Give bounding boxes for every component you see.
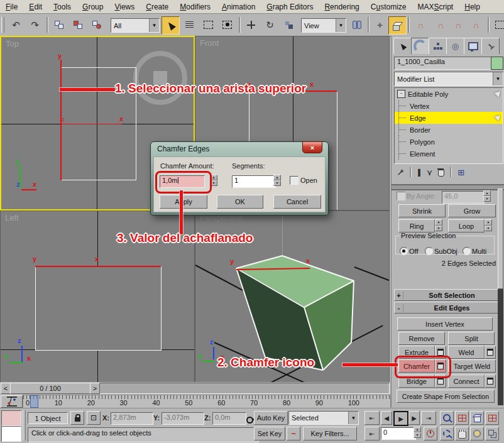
set-key-button[interactable]: Set Key bbox=[254, 427, 285, 440]
go-to-start-button[interactable]: ⇤ bbox=[364, 411, 380, 425]
preview-subobj-label[interactable]: SubObj bbox=[434, 248, 457, 255]
loop-button[interactable]: Loop bbox=[448, 219, 485, 232]
stack-subobject-row[interactable]: Polygon bbox=[395, 136, 503, 148]
go-to-end-button[interactable]: ⇥ bbox=[421, 411, 436, 425]
connect-button[interactable]: Connect bbox=[448, 375, 485, 388]
configure-modifier-sets-icon[interactable]: ⊞ bbox=[457, 168, 464, 177]
apply-button[interactable]: Apply bbox=[160, 195, 207, 209]
chevron-down-icon[interactable]: ▼ bbox=[336, 19, 346, 32]
modifier-list-dropdown[interactable]: Modifier List ▼ bbox=[394, 72, 503, 86]
menu-item[interactable]: File bbox=[0, 1, 23, 13]
time-configuration-button[interactable] bbox=[424, 427, 437, 440]
reference-coordinate-dropdown[interactable]: View ▼ bbox=[301, 18, 346, 33]
menu-item[interactable]: Edit bbox=[23, 1, 48, 13]
time-slider-prev-button[interactable]: < bbox=[1, 383, 11, 394]
key-mode-button[interactable]: ⇤ bbox=[364, 427, 380, 440]
selected-edge-line[interactable] bbox=[35, 266, 161, 267]
select-and-rotate-button[interactable]: ↻ bbox=[261, 16, 278, 33]
stack-subobject-label[interactable]: Edge bbox=[408, 114, 426, 122]
collapse-icon[interactable]: - bbox=[395, 304, 403, 312]
select-and-manipulate-button[interactable]: + bbox=[371, 16, 388, 33]
percent-snap-button[interactable]: ∩ bbox=[450, 16, 467, 33]
snap-3d-button[interactable]: ∩ bbox=[412, 16, 429, 33]
redo-icon[interactable]: ↷ bbox=[26, 16, 43, 33]
ok-button[interactable]: OK bbox=[217, 195, 263, 209]
preview-off-radio[interactable] bbox=[400, 247, 408, 255]
spinner-snap-button[interactable]: ∩ bbox=[468, 16, 485, 33]
menu-item[interactable]: Views bbox=[109, 1, 140, 13]
tab-utilities[interactable]: T bbox=[481, 38, 500, 54]
maxscript-listener-pink[interactable] bbox=[1, 410, 21, 426]
menu-item[interactable]: Customize bbox=[365, 1, 412, 13]
stack-subobject-label[interactable]: Border bbox=[408, 126, 430, 134]
select-and-scale-button[interactable] bbox=[280, 16, 297, 33]
menu-item[interactable]: MAXScript bbox=[412, 1, 459, 13]
pan-button[interactable] bbox=[455, 427, 469, 440]
time-slider-thumb[interactable]: 0 / 100 bbox=[10, 383, 90, 394]
by-angle-checkbox[interactable] bbox=[397, 192, 405, 200]
spinner-up-icon[interactable]: ▲ bbox=[485, 219, 492, 226]
spinner-down-icon[interactable]: ▼ bbox=[485, 226, 492, 232]
bind-to-spacewarp-icon[interactable] bbox=[88, 16, 105, 33]
default-tangent-button[interactable]: ~ bbox=[287, 427, 300, 440]
make-unique-icon[interactable]: ⋎ bbox=[427, 168, 433, 177]
segments-input[interactable]: 1 bbox=[232, 175, 276, 188]
cancel-button[interactable]: Cancel bbox=[273, 195, 321, 209]
show-end-result-icon[interactable]: ∥ bbox=[417, 168, 421, 177]
stack-subobject-row[interactable]: Element bbox=[395, 148, 503, 160]
absolute-mode-button[interactable]: ⊡ bbox=[87, 411, 101, 425]
shrink-button[interactable]: Shrink bbox=[398, 204, 446, 217]
maxscript-listener-white[interactable] bbox=[1, 426, 21, 442]
chevron-down-icon[interactable]: ▼ bbox=[149, 19, 159, 32]
select-and-link-icon[interactable] bbox=[50, 16, 67, 33]
min-max-toggle-button[interactable] bbox=[485, 427, 499, 440]
menu-item[interactable]: Group bbox=[77, 1, 109, 13]
pin-stack-icon[interactable]: ⊸ bbox=[394, 166, 407, 178]
menu-item[interactable]: Graph Editors bbox=[261, 1, 319, 13]
insert-vertex-button[interactable]: Insert Vertex bbox=[397, 317, 493, 331]
toolbar-drag-handle[interactable] bbox=[1, 17, 4, 33]
object-name-field[interactable]: 1_1000_Casilla bbox=[394, 57, 493, 70]
tab-hierarchy[interactable] bbox=[429, 38, 447, 54]
expand-icon[interactable]: + bbox=[395, 292, 403, 299]
unlink-selection-icon[interactable] bbox=[69, 16, 86, 33]
use-pivot-center-button[interactable] bbox=[348, 16, 365, 33]
menu-item[interactable]: Modifiers bbox=[174, 1, 216, 13]
box-outline-left-view[interactable] bbox=[35, 266, 162, 351]
select-by-name-button[interactable] bbox=[181, 16, 198, 33]
region-zoom-button[interactable] bbox=[440, 427, 454, 440]
play-button[interactable]: ▶ bbox=[393, 411, 408, 426]
spinner-up-icon[interactable]: ▲ bbox=[273, 175, 281, 180]
stack-root-row[interactable]: - Editable Poly bbox=[395, 88, 503, 100]
current-frame-field[interactable]: 0 bbox=[381, 427, 416, 440]
next-frame-button[interactable]: ▶ bbox=[408, 411, 420, 425]
tab-display[interactable] bbox=[464, 38, 482, 54]
viewport-front-label[interactable]: Front bbox=[200, 38, 219, 48]
preview-multi-radio[interactable] bbox=[463, 247, 471, 255]
spinner-up-icon[interactable]: ▲ bbox=[483, 190, 491, 196]
window-crossing-button[interactable] bbox=[219, 16, 236, 33]
spinner-down-icon[interactable]: ▼ bbox=[273, 180, 281, 186]
stack-subobject-row[interactable]: Vertex bbox=[395, 100, 503, 112]
select-and-move-button[interactable] bbox=[243, 16, 260, 33]
stack-subobject-label[interactable]: Polygon bbox=[408, 138, 435, 146]
selection-filter-dropdown[interactable]: All ▼ bbox=[111, 18, 160, 33]
menu-item[interactable]: Rendering bbox=[319, 1, 364, 13]
loop-spinner[interactable]: ▲ ▼ bbox=[485, 219, 492, 231]
by-angle-input[interactable]: 45,0 bbox=[442, 191, 485, 204]
tab-motion[interactable]: ◎ bbox=[446, 38, 464, 54]
spinner-up-icon[interactable]: ▲ bbox=[435, 219, 442, 226]
menu-item[interactable]: Animation bbox=[216, 1, 261, 13]
segments-spinner[interactable]: ▲ ▼ bbox=[273, 175, 281, 186]
selection-lock-button[interactable] bbox=[70, 411, 84, 425]
collapse-icon[interactable]: - bbox=[397, 90, 405, 98]
grow-button[interactable]: Grow bbox=[448, 204, 496, 217]
menu-item[interactable]: Create bbox=[140, 1, 174, 13]
remove-button[interactable]: Remove bbox=[398, 332, 445, 345]
target-weld-button[interactable]: Target Weld bbox=[448, 359, 496, 373]
preview-off-label[interactable]: Off bbox=[409, 248, 418, 255]
select-object-button[interactable] bbox=[162, 16, 180, 35]
stack-subobject-row[interactable]: Border bbox=[395, 124, 503, 136]
angle-snap-button[interactable]: ∩ bbox=[432, 16, 449, 33]
z-coord-field[interactable]: 0,0m bbox=[212, 412, 246, 425]
